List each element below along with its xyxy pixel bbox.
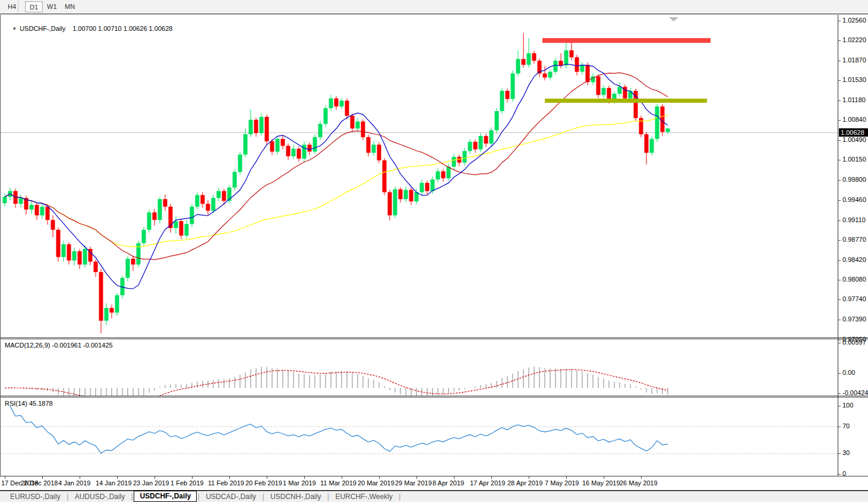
moving-average-line	[5, 115, 668, 247]
candle-body	[425, 183, 430, 191]
macd-label: MACD(12,26,9) -0.001961 -0.001425	[5, 342, 113, 349]
panel-divider[interactable]	[0, 396, 868, 396]
candle-body	[586, 65, 590, 82]
tab-separator: |	[398, 492, 402, 501]
candle-body	[324, 108, 328, 124]
price-axis[interactable]: 1.025601.022201.018701.015301.011801.008…	[838, 15, 868, 476]
candle-body	[666, 128, 670, 132]
time-tick	[267, 476, 267, 479]
time-tick	[416, 476, 417, 479]
axis-tick	[838, 120, 841, 121]
candle-body	[645, 134, 649, 153]
candle-body	[94, 261, 98, 272]
candle-body	[618, 87, 622, 94]
candle-body	[506, 91, 510, 99]
candle-body	[351, 116, 355, 128]
candle-body	[201, 195, 205, 204]
chart-left-border	[0, 15, 1, 476]
candle-body	[51, 220, 55, 230]
time-axis-label: 20 Feb 2019	[245, 479, 282, 487]
chart-shift-icon[interactable]	[669, 17, 678, 21]
candle-body	[110, 308, 114, 312]
chart-tab-eurusd-daily[interactable]: EURUSD-,Daily	[5, 492, 66, 502]
price-axis-label: 1.02560	[842, 17, 866, 24]
candle-body	[661, 106, 665, 132]
candle-body	[244, 134, 248, 154]
price-axis-label: 1.01180	[842, 96, 866, 103]
candle-body	[372, 145, 376, 153]
chart-tab-eurchf-weekly[interactable]: EURCHF-,Weekly	[330, 492, 397, 502]
rsi-axis-label: 100	[842, 402, 853, 409]
time-axis-label: 17 Apr 2019	[470, 479, 505, 487]
candle-body	[564, 50, 569, 65]
axis-divider	[838, 337, 868, 338]
candle-body	[468, 142, 472, 151]
candle-body	[650, 139, 654, 153]
chart-tab-usdcnh-daily[interactable]: USDCNH-,Daily	[265, 492, 326, 502]
time-axis-label: 7 May 2019	[545, 479, 579, 487]
time-axis-label: 1 Feb 2019	[171, 479, 204, 487]
candle-body	[447, 167, 451, 178]
time-tick	[117, 476, 118, 479]
rsi-panel[interactable]	[0, 397, 838, 476]
candle-body	[217, 191, 221, 198]
macd-panel[interactable]	[0, 339, 838, 396]
time-tick	[491, 476, 492, 479]
candle-body	[377, 145, 381, 160]
candle-body	[72, 251, 77, 261]
time-axis[interactable]: 17 Dec 201826 Dec 20184 Jan 201914 Jan 2…	[0, 476, 838, 490]
chart-tab-usdcad-daily[interactable]: USDCAD-,Daily	[200, 492, 261, 502]
symbol-dropdown-icon[interactable]: ▼	[12, 26, 17, 31]
candle-body	[463, 151, 467, 162]
chart-tab-usdchf-daily[interactable]: USDCHF-,Daily	[134, 491, 197, 502]
candle-body	[361, 122, 365, 137]
time-tick	[454, 476, 454, 479]
candle-body	[56, 230, 61, 257]
axis-tick	[838, 61, 841, 61]
time-axis-label: 20 Mar 2019	[358, 479, 394, 487]
candle-body	[559, 61, 563, 65]
axis-tick	[838, 21, 841, 21]
time-tick	[42, 476, 43, 479]
candle-body	[511, 74, 515, 99]
candle-body	[522, 59, 526, 65]
macd-axis-label: 0.00597	[842, 339, 866, 346]
timeframe-button-d1[interactable]: D1	[25, 1, 43, 12]
candle-body	[233, 172, 237, 187]
candle-body	[490, 130, 494, 143]
candle-body	[19, 198, 23, 204]
candle-body	[570, 50, 574, 58]
rsi-axis-label: 70	[842, 422, 850, 430]
time-axis-label: 28 Apr 2019	[507, 479, 542, 487]
chart-tab-audusd-daily[interactable]: AUDUSD-,Daily	[70, 492, 131, 502]
price-axis-label: 1.01870	[842, 56, 866, 64]
candle-body	[308, 145, 312, 152]
candle-body	[479, 136, 483, 149]
axis-tick	[838, 160, 841, 160]
time-axis-label: 1 Mar 2019	[283, 479, 316, 487]
candle-body	[516, 59, 520, 73]
axis-tick	[838, 340, 841, 340]
support-line[interactable]	[545, 99, 707, 103]
timeframe-button-mn[interactable]: MN	[61, 1, 79, 12]
timeframe-button-w1[interactable]: W1	[43, 1, 61, 12]
candle-body	[409, 190, 414, 201]
candle-body	[420, 183, 424, 192]
axis-tick	[838, 200, 841, 201]
candle-body	[329, 99, 333, 109]
time-axis-label: 8 Apr 2019	[433, 479, 464, 487]
candle-body	[543, 74, 547, 78]
candle-body	[554, 61, 558, 72]
axis-tick	[838, 280, 841, 280]
candle-body	[431, 179, 435, 191]
candle-body	[532, 53, 536, 61]
axis-tick	[838, 260, 841, 261]
current-price-tag: 1.00628	[839, 128, 868, 137]
time-axis-label: 23 Jan 2019	[133, 479, 169, 487]
price-axis-label: 0.97390	[842, 315, 866, 323]
price-chart[interactable]	[0, 15, 838, 337]
resistance-line[interactable]	[542, 38, 711, 43]
panel-divider[interactable]	[0, 337, 868, 338]
price-axis-label: 0.98770	[842, 236, 866, 243]
time-tick	[604, 476, 604, 479]
